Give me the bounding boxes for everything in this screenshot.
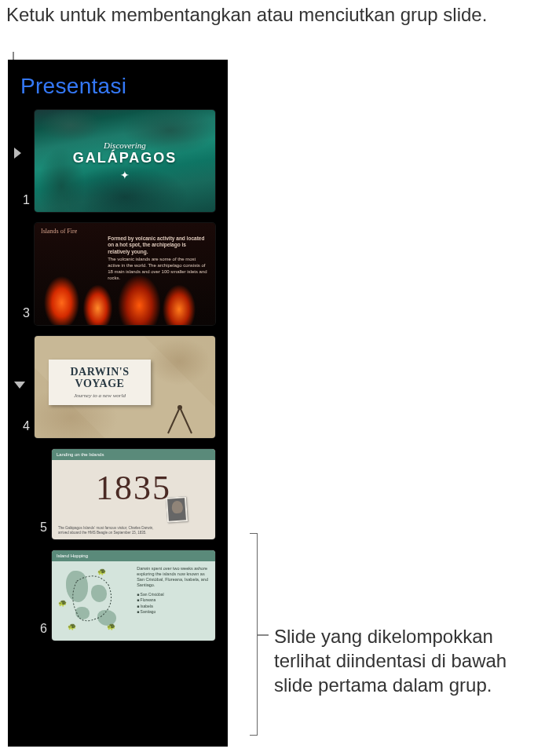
slide6-header: Island Hopping [52, 550, 215, 561]
slide-item-5[interactable]: 5 Landing on the Islands 1835 The Galápa… [52, 449, 215, 539]
slide3-header: Islands of Fire [41, 228, 77, 235]
compass-icon: ✦ [120, 169, 130, 181]
slide-item-4[interactable]: 4 DARWIN'S VOYAGE Journey to a new world [35, 336, 215, 438]
slide-thumbnail-4[interactable]: DARWIN'S VOYAGE Journey to a new world [35, 336, 215, 438]
slide5-year: 1835 [96, 468, 171, 508]
svg-line-1 [180, 407, 192, 433]
slide-number: 5 [35, 520, 47, 535]
svg-line-0 [168, 407, 180, 433]
bracket-grouped-slides [250, 533, 258, 736]
slide1-title: GALÁPAGOS [73, 150, 177, 166]
slide4-card: DARWIN'S VOYAGE Journey to a new world [49, 360, 151, 405]
slide-item-1[interactable]: 1 Discovering GALÁPAGOS ✦ [35, 110, 215, 212]
slide-list: 1 Discovering GALÁPAGOS ✦ 3 Islands of F… [8, 110, 228, 641]
slide5-header: Landing on the Islands [52, 449, 215, 460]
slide-number: 3 [17, 306, 30, 320]
slide-thumbnail-6[interactable]: Island Hopping 🐢 🐢 🐢 🐢 Darwin spent over [52, 550, 215, 641]
slide-thumbnail-1[interactable]: Discovering GALÁPAGOS ✦ [35, 110, 215, 212]
slide-item-3[interactable]: 3 Islands of Fire Formed by volcanic act… [35, 223, 215, 325]
slide3-text: Formed by volcanic activity and located … [108, 236, 209, 282]
disclosure-triangle-expanded[interactable] [14, 382, 25, 389]
annotation-right: Slide yang dikelompokkan terlihat diinde… [274, 624, 545, 698]
slide-navigator-panel: Presentasi 1 Discovering GALÁPAGOS ✦ 3 I… [8, 60, 228, 747]
slide-item-6[interactable]: 6 Island Hopping 🐢 🐢 🐢 🐢 [52, 550, 215, 641]
compass-tool-icon [160, 404, 199, 435]
slide-number: 4 [17, 419, 30, 433]
slide6-map: 🐢 🐢 🐢 🐢 [52, 561, 134, 641]
slide1-subtitle: Discovering [104, 141, 146, 150]
slide-thumbnail-3[interactable]: Islands of Fire Formed by volcanic activ… [35, 223, 215, 325]
callout-line-right [258, 634, 269, 636]
slide5-caption: The Galápagos Islands' most famous visit… [58, 526, 156, 535]
slide-number: 1 [17, 193, 30, 207]
slide-thumbnail-5[interactable]: Landing on the Islands 1835 The Galápago… [52, 449, 215, 539]
slide6-text: Darwin spent over two weeks ashore explo… [137, 566, 210, 615]
annotation-top: Ketuk untuk membentangkan atau menciutka… [6, 3, 487, 27]
panel-title[interactable]: Presentasi [8, 60, 228, 110]
svg-point-2 [177, 405, 182, 410]
darwin-photo [166, 496, 188, 523]
disclosure-triangle-collapsed[interactable] [14, 148, 21, 159]
slide-number: 6 [35, 622, 47, 636]
